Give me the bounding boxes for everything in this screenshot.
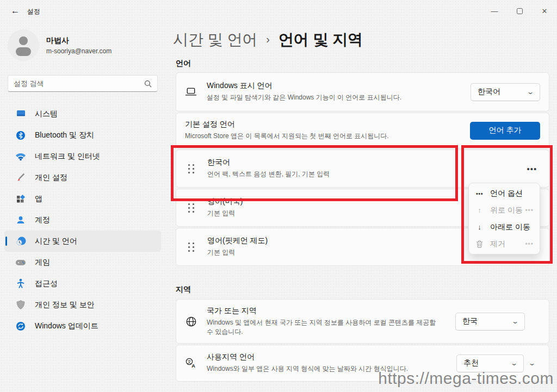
- language-context-menu: ••• 언어 옵션 ↑ 위로 이동 ••• ↓ 아래로 이동 제거 •••: [468, 183, 540, 254]
- sidebar-item-apps[interactable]: 앱: [4, 188, 161, 209]
- regional-format-dropdown[interactable]: 추천 ⌄: [456, 354, 524, 372]
- country-dropdown[interactable]: 한국 ⌄: [455, 313, 525, 331]
- country-region-row: 국가 또는 지역 Windows 및 앱에서 현재 국가 또는 지역 정보를 사…: [176, 299, 549, 344]
- row-subtitle: Microsoft Store 앱은 이 목록에서 지원되는 첫 번째 언어로 …: [185, 132, 470, 141]
- window-controls: — ✕: [482, 0, 557, 22]
- menu-item-label: 제거: [490, 239, 505, 249]
- page-title: 시간 및 언어 › 언어 및 지역: [173, 29, 363, 50]
- system-icon: [15, 109, 26, 120]
- drag-handle-icon[interactable]: [188, 203, 194, 213]
- sidebar-item-label: 앱: [35, 194, 42, 204]
- profile[interactable]: 마법사 m-sooriya@naver.com: [8, 29, 112, 61]
- sidebar-item-label: 계정: [35, 215, 50, 225]
- menu-item-language-options[interactable]: ••• 언어 옵션: [469, 185, 540, 202]
- language-row-korean[interactable]: 한국어 언어 팩, 텍스트 음성 변환, 필기, 기본 입력 •••: [176, 150, 549, 188]
- sidebar-nav: 시스템 Bluetooth 및 장치 네트워크 및 인터넷 개인 설정: [4, 103, 161, 337]
- row-subtitle: 언어 팩, 텍스트 음성 변환, 필기, 기본 입력: [207, 170, 524, 179]
- row-subtitle: Windows와 일부 앱은 사용 지역 형식에 맞는 날짜와 시간 형식입니다…: [207, 364, 456, 374]
- search-box[interactable]: [8, 75, 158, 92]
- menu-item-remove[interactable]: 제거 •••: [469, 235, 540, 252]
- apps-icon: [15, 194, 26, 204]
- arrow-up-icon: ↑: [475, 206, 484, 214]
- laptop-icon: [185, 86, 197, 98]
- row-title: 기본 설정 언어: [185, 120, 470, 129]
- sidebar-item-label: 개인 설정: [35, 173, 67, 183]
- gaming-icon: [15, 257, 26, 268]
- titlebar: ← 설정 — ✕: [0, 0, 557, 22]
- regional-format-row: 文A 사용지역 언어 Windows와 일부 앱은 사용 지역 형식에 맞는 날…: [176, 345, 549, 382]
- sidebar-item-gaming[interactable]: 게임: [4, 252, 161, 273]
- dropdown-value: 한국어: [478, 87, 528, 97]
- profile-email: m-sooriya@naver.com: [46, 47, 112, 55]
- back-button[interactable]: ←: [8, 4, 23, 17]
- row-subtitle: Windows 및 앱에서 현재 국가 또는 지역 정보를 사용하여 로컬 콘텐…: [207, 318, 439, 337]
- minimize-button[interactable]: —: [482, 0, 507, 22]
- menu-item-label: 위로 이동: [490, 206, 523, 215]
- privacy-icon: [15, 300, 26, 310]
- close-button[interactable]: ✕: [532, 0, 557, 22]
- menu-item-move-up[interactable]: ↑ 위로 이동 •••: [469, 202, 540, 219]
- expand-row-button[interactable]: ⌄: [524, 354, 540, 372]
- breadcrumb-separator: ›: [262, 33, 274, 45]
- row-subtitle: 설정 및 파일 탐색기와 같은 Windows 기능이 이 언어로 표시됩니다.: [207, 93, 471, 102]
- row-title: 국가 또는 지역: [207, 306, 439, 316]
- sidebar-item-accessibility[interactable]: 접근성: [4, 273, 161, 294]
- menu-item-move-down[interactable]: ↓ 아래로 이동: [469, 219, 540, 235]
- sidebar-item-label: Bluetooth 및 장치: [35, 130, 94, 140]
- svg-text:文: 文: [187, 359, 191, 364]
- sidebar-item-bluetooth[interactable]: Bluetooth 및 장치: [4, 125, 161, 146]
- chevron-down-icon: ⌄: [527, 88, 534, 96]
- sidebar-item-label: 개인 정보 및 보안: [35, 300, 95, 310]
- avatar: [8, 29, 39, 61]
- maximize-button[interactable]: [507, 0, 532, 22]
- maximize-icon: [517, 8, 523, 14]
- svg-text:A: A: [191, 363, 195, 369]
- display-language-dropdown[interactable]: 한국어 ⌄: [471, 83, 540, 101]
- region-section-title: 지역: [176, 285, 191, 295]
- ghost-more-icon: •••: [525, 240, 534, 248]
- menu-item-label: 아래로 이동: [490, 222, 530, 232]
- display-language-row: Windows 표시 언어 설정 및 파일 탐색기와 같은 Windows 기능…: [176, 72, 549, 111]
- drag-handle-icon[interactable]: [188, 242, 194, 252]
- sidebar-item-system[interactable]: 시스템: [4, 103, 161, 125]
- row-title: 한국어: [207, 158, 524, 167]
- sidebar-item-accounts[interactable]: 계정: [4, 209, 161, 231]
- sidebar-item-privacy[interactable]: 개인 정보 및 보안: [4, 294, 161, 315]
- accounts-icon: [15, 215, 26, 226]
- trash-icon: [475, 240, 484, 248]
- breadcrumb-parent[interactable]: 시간 및 언어: [173, 31, 258, 48]
- row-title: 사용지역 언어: [207, 352, 456, 362]
- more-options-button[interactable]: •••: [524, 163, 540, 175]
- preferred-languages-row: 기본 설정 언어 Microsoft Store 앱은 이 목록에서 지원되는 …: [176, 113, 549, 148]
- search-input[interactable]: [14, 79, 144, 88]
- sidebar-item-label: 시간 및 언어: [35, 237, 77, 246]
- search-icon: [144, 80, 152, 88]
- time-language-icon: [15, 236, 26, 247]
- network-icon: [15, 151, 26, 162]
- sidebar-item-time-language[interactable]: 시간 및 언어: [4, 231, 161, 252]
- translate-icon: 文A: [185, 357, 197, 369]
- sidebar-item-label: 게임: [35, 258, 50, 267]
- chevron-down-icon: ⌄: [528, 359, 536, 367]
- profile-name: 마법사: [46, 36, 112, 46]
- sidebar-item-label: Windows 업데이트: [35, 321, 98, 331]
- personalization-icon: [15, 172, 26, 183]
- accessibility-icon: [15, 278, 26, 289]
- app-title: 설정: [27, 7, 40, 16]
- chevron-down-icon: ⌄: [510, 359, 518, 367]
- drag-handle-icon[interactable]: [188, 164, 194, 173]
- globe-icon: [185, 315, 197, 327]
- chevron-down-icon: ⌄: [511, 318, 519, 325]
- sidebar-item-label: 네트워크 및 인터넷: [35, 152, 100, 161]
- sidebar-item-personalization[interactable]: 개인 설정: [4, 167, 161, 188]
- ghost-more-icon: •••: [525, 207, 534, 214]
- sidebar-item-network[interactable]: 네트워크 및 인터넷: [4, 146, 161, 167]
- settings-window: ← 설정 — ✕ 마법사 m-sooriya@naver.com: [0, 0, 557, 392]
- sidebar-item-windows-update[interactable]: Windows 업데이트: [4, 315, 161, 337]
- sidebar-item-label: 시스템: [35, 109, 58, 119]
- more-icon: •••: [475, 190, 484, 197]
- add-language-button[interactable]: 언어 추가: [470, 122, 540, 140]
- language-section-title: 언어: [176, 59, 191, 69]
- bluetooth-icon: [15, 130, 26, 141]
- update-icon: [15, 321, 26, 332]
